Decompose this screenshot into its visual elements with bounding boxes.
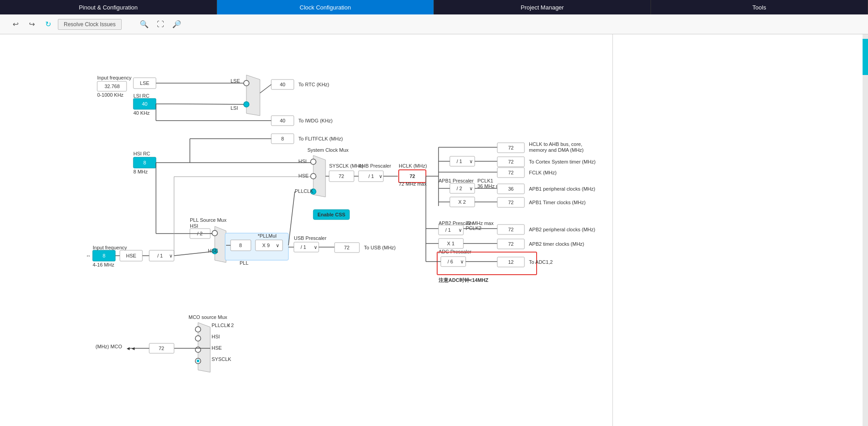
adc-note: 注意ADC时钟<14MHZ (439, 277, 489, 283)
to-cortex-label: To Cortex System timer (MHz) (529, 159, 595, 164)
nav-project-manager[interactable]: Project Manager (434, 0, 651, 14)
main-content: Input frequency 32.768 0-1000 KHz LSE LS… (0, 34, 868, 426)
lsi-rc-label: LSI RC (133, 93, 150, 98)
range-4-16: 4-16 MHz (93, 262, 114, 267)
mco-hse-label: HSE (212, 345, 222, 351)
refresh-button[interactable]: ↻ (42, 18, 54, 31)
mco-arrows: ◄◄ (126, 346, 136, 351)
lsi-40-val: 40 (142, 101, 147, 107)
pll-hsi-circle[interactable] (212, 230, 217, 236)
pll-mul-label: *PLLMul (258, 233, 277, 239)
undo-button[interactable]: ↩ (9, 18, 22, 31)
pll-label: PLL (240, 260, 249, 266)
fit-button[interactable]: ⛶ (154, 18, 167, 31)
resolve-clock-button[interactable]: Resolve Clock Issues (58, 19, 122, 30)
hsi-rc-label: HSI RC (133, 151, 150, 156)
enable-css-label: Enable CSS (317, 212, 345, 217)
lsi-mux-circle-selected[interactable] (244, 102, 249, 107)
zoom-in-button[interactable]: 🔍 (138, 18, 151, 31)
pll-mul-val: X 9 (262, 243, 270, 248)
cortex-div-val: / 1 (457, 159, 462, 164)
right-scrollbar[interactable] (863, 34, 868, 426)
input-freq-bot-label: Input frequency (93, 245, 127, 250)
apb1-prescaler-label: APB1 Prescaler (439, 178, 474, 183)
apb2-timer-val: 72 (508, 241, 514, 247)
input-freq-top-val: 32.768 (104, 84, 120, 89)
apb1-periph-label: APB1 peripheral clocks (MHz) (529, 186, 595, 192)
top-navigation: Pinout & Configuration Clock Configurati… (0, 0, 868, 14)
mco-sysclk-label: SYSCLK (212, 356, 231, 362)
hclk-ahb-val: 72 (508, 145, 514, 150)
mco-div2-label: / 2 (228, 323, 234, 328)
hclk-label: HCLK (MHz) (399, 163, 427, 169)
toolbar: ↩ ↪ ↻ Resolve Clock Issues 🔍 ⛶ 🔎 (0, 14, 868, 34)
apb1-div-val: / 2 (457, 186, 462, 191)
fclk-val: 72 (508, 170, 514, 175)
usb-val: 72 (344, 245, 349, 250)
to-rtc-label: To RTC (KHz) (298, 82, 329, 87)
usb-div-val: / 1 (301, 244, 306, 250)
range-label: 0-1000 KHz (97, 92, 124, 98)
to-iwdg-label: To IWDG (KHz) (298, 118, 333, 123)
nav-pinout[interactable]: Pinout & Configuration (0, 0, 217, 14)
sys-hse-label: HSE (298, 173, 309, 178)
sys-hsi-label: HSI (298, 159, 307, 164)
hclk-ahb-label1: HCLK to AHB bus, core, (529, 141, 582, 147)
hse-arrows: ↔ (86, 253, 91, 258)
lsi-40khz: 40 KHz (133, 110, 150, 116)
lse-label: LSE (140, 80, 150, 86)
pll-hse-label: HSE (208, 248, 218, 253)
hse-div-val: / 1 (157, 253, 163, 258)
zoom-out-button[interactable]: 🔎 (170, 18, 183, 31)
mco-source-mux-label: MCO source Mux (189, 314, 227, 320)
sysclk-val: 72 (339, 173, 344, 179)
apb2-div-val: / 1 (445, 227, 451, 233)
apb1-periph-val: 36 (508, 186, 514, 192)
to-flitf-val: 8 (281, 136, 284, 141)
hclk-val: 72 (410, 173, 415, 179)
apb2-chevron: ∨ (458, 227, 462, 233)
hclk-max: 72 MHz max (399, 181, 427, 187)
pll-mul-chevron: ∨ (276, 243, 279, 248)
to-iwdg-val: 40 (280, 118, 285, 123)
apb2-periph-label: APB2 peripheral clocks (MHz) (529, 227, 595, 232)
hsi-8-val: 8 (143, 160, 146, 165)
mco-val: 72 (159, 346, 164, 351)
to-rtc-val: 40 (280, 82, 285, 87)
sys-hsi-circle[interactable] (311, 159, 316, 164)
hse-label: HSE (126, 253, 137, 258)
mco-hsi-radio[interactable] (195, 336, 201, 341)
pll-8-val: 8 (239, 243, 242, 248)
hclk-ahb-label2: memory and DMA (MHz) (529, 147, 584, 153)
to-usb-label: To USB (MHz) (364, 245, 396, 250)
mco-pllclk-radio[interactable] (195, 327, 201, 332)
ahb-prescaler-label: AHB Prescaler (359, 163, 391, 169)
lse-mux-circle[interactable] (244, 80, 249, 86)
hse-div-chevron: ∨ (169, 253, 173, 258)
hsi-8mhz: 8 MHz (133, 169, 148, 174)
usb-prescaler-label: USB Prescaler (294, 235, 326, 241)
pll-source-mux-label: PLL Source Mux (190, 217, 226, 223)
apb1-chevron: ∨ (469, 186, 473, 191)
apb1-timer-label: APB1 Timer clocks (MHz) (529, 200, 585, 205)
sys-hse-circle[interactable] (311, 173, 316, 179)
mco-hse-radio[interactable] (195, 347, 201, 352)
nav-tools[interactable]: Tools (651, 0, 868, 14)
to-flitf-label: To FLITFCLK (MHz) (298, 136, 343, 141)
ahb-chevron: ∨ (379, 173, 382, 179)
input-freq-top-label: Input frequency (97, 75, 132, 80)
mco-label: (MHz) MCO (95, 344, 122, 349)
redo-button[interactable]: ↪ (25, 18, 38, 31)
nav-clock-config[interactable]: Clock Configuration (217, 0, 434, 14)
clock-diagram-canvas: Input frequency 32.768 0-1000 KHz LSE LS… (0, 34, 863, 426)
lsi-mux-label: LSI (231, 105, 238, 111)
apb2-periph-val: 72 (508, 227, 514, 232)
scroll-thumb[interactable] (863, 39, 868, 75)
x1-val: X 1 (447, 241, 455, 246)
pll-hsi-label: HSI (190, 223, 198, 229)
mco-pllclk-label: PLLCLK (212, 323, 231, 328)
pclk1-label: PCLK1 (477, 178, 493, 183)
to-adc-label: To ADC1,2 (529, 259, 553, 265)
sys-clk-mux-label: System Clock Mux (307, 147, 349, 153)
sys-pllclk-label: PLLCLK (295, 188, 314, 194)
